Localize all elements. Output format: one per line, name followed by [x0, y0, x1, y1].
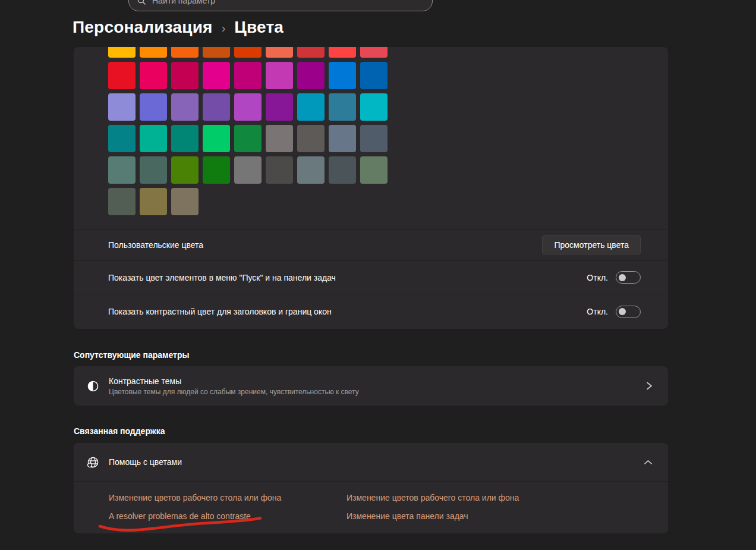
color-swatch[interactable]: [234, 93, 262, 121]
color-swatch[interactable]: [171, 62, 199, 89]
color-swatch[interactable]: [234, 125, 262, 152]
color-swatch[interactable]: [108, 93, 136, 121]
help-link[interactable]: Изменение цветов рабочего стола или фона: [346, 493, 519, 502]
color-swatch[interactable]: [329, 62, 356, 89]
help-link[interactable]: Изменение цветов рабочего стола или фона: [109, 493, 281, 502]
accent-titlebar-label: Показать контрастный цвет для заголовков…: [108, 307, 332, 316]
color-swatch[interactable]: [266, 62, 293, 89]
color-swatch[interactable]: [360, 62, 388, 89]
color-swatch[interactable]: [297, 93, 325, 121]
contrast-themes-subtitle: Цветовые темы для людей со слабым зрение…: [109, 388, 359, 396]
web-help-globe-icon: [87, 456, 99, 469]
custom-colors-row: Пользовательские цвета Просмотреть цвета: [74, 229, 668, 260]
toggle-state-label: Откл.: [587, 307, 608, 316]
color-swatch[interactable]: [360, 47, 388, 58]
accent-start-taskbar-toggle[interactable]: [616, 271, 641, 284]
colors-card: Пользовательские цвета Просмотреть цвета…: [74, 47, 668, 329]
toggle-state-label: Откл.: [587, 273, 608, 282]
color-swatch[interactable]: [203, 62, 230, 89]
breadcrumb-chevron-icon: ›: [222, 20, 226, 35]
accent-start-taskbar-label: Показать цвет элементов в меню "Пуск" и …: [108, 273, 336, 282]
breadcrumb-parent[interactable]: Персонализация: [73, 18, 213, 37]
help-links-column-2: Изменение цветов рабочего стола или фона…: [346, 493, 519, 521]
color-swatch[interactable]: [203, 156, 230, 184]
search-icon: [137, 0, 146, 7]
color-swatch[interactable]: [297, 47, 325, 58]
color-swatch[interactable]: [266, 93, 293, 121]
color-swatch[interactable]: [234, 62, 262, 89]
color-swatch[interactable]: [297, 125, 325, 152]
color-swatch[interactable]: [171, 93, 199, 121]
color-swatch[interactable]: [360, 93, 388, 121]
contrast-icon: [87, 380, 99, 392]
toggle-knob: [619, 308, 626, 315]
color-swatch[interactable]: [140, 47, 167, 58]
color-swatch[interactable]: [234, 47, 262, 58]
search-input[interactable]: Найти параметр: [128, 0, 433, 11]
color-help-card: Помощь с цветами Изменение цветов рабоче…: [74, 443, 668, 533]
color-swatch[interactable]: [266, 156, 293, 184]
color-swatch[interactable]: [329, 156, 356, 184]
color-swatch[interactable]: [140, 62, 167, 89]
color-swatch[interactable]: [108, 125, 136, 152]
color-help-title: Помощь с цветами: [109, 457, 182, 467]
color-swatch[interactable]: [140, 156, 167, 184]
color-swatch[interactable]: [108, 156, 136, 184]
color-swatch[interactable]: [203, 93, 230, 121]
color-swatch[interactable]: [108, 47, 136, 58]
accent-titlebar-row: Показать контрастный цвет для заголовков…: [74, 294, 668, 329]
contrast-themes-title: Контрастные темы: [109, 376, 359, 386]
help-link[interactable]: A resolver problemas de alto contraste: [109, 511, 281, 521]
help-links-area: Изменение цветов рабочего стола или фона…: [74, 481, 668, 533]
page-title: Цвета: [234, 18, 284, 37]
view-colors-button[interactable]: Просмотреть цвета: [542, 235, 641, 254]
color-swatch[interactable]: [329, 47, 356, 58]
color-swatch[interactable]: [360, 156, 388, 184]
color-swatch[interactable]: [234, 156, 262, 184]
breadcrumb: Персонализация › Цвета: [73, 18, 284, 37]
color-swatch[interactable]: [266, 125, 293, 152]
color-swatch[interactable]: [266, 47, 293, 58]
color-swatch[interactable]: [171, 47, 199, 58]
color-help-row[interactable]: Помощь с цветами: [74, 443, 668, 481]
search-placeholder: Найти параметр: [152, 0, 215, 5]
chevron-right-icon: [645, 381, 668, 391]
accent-color-grid: [108, 47, 388, 215]
help-link[interactable]: Изменение цвета панели задач: [346, 511, 519, 521]
color-swatch[interactable]: [329, 125, 356, 152]
color-swatch[interactable]: [360, 125, 388, 152]
color-swatch[interactable]: [140, 188, 167, 215]
related-settings-header: Сопутствующие параметры: [74, 350, 189, 360]
color-swatch[interactable]: [140, 125, 167, 152]
color-swatch[interactable]: [297, 62, 325, 89]
color-swatch[interactable]: [108, 62, 136, 89]
color-swatch[interactable]: [203, 125, 230, 152]
related-support-header: Связанная поддержка: [74, 426, 165, 436]
color-swatch[interactable]: [108, 188, 136, 215]
color-swatch[interactable]: [297, 156, 325, 184]
color-swatch[interactable]: [171, 156, 199, 184]
color-swatch[interactable]: [329, 93, 356, 121]
accent-start-taskbar-row: Показать цвет элементов в меню "Пуск" и …: [74, 260, 668, 294]
color-swatch[interactable]: [171, 188, 199, 215]
help-links-column-1: Изменение цветов рабочего стола или фона…: [109, 493, 281, 521]
color-swatch[interactable]: [140, 93, 167, 121]
accent-titlebar-toggle[interactable]: [616, 306, 641, 318]
chevron-up-icon: [644, 460, 668, 465]
color-swatch[interactable]: [203, 47, 230, 58]
custom-colors-label: Пользовательские цвета: [108, 240, 203, 250]
contrast-themes-row[interactable]: Контрастные темы Цветовые темы для людей…: [74, 366, 668, 406]
toggle-knob: [619, 274, 626, 281]
color-swatch[interactable]: [171, 125, 199, 152]
